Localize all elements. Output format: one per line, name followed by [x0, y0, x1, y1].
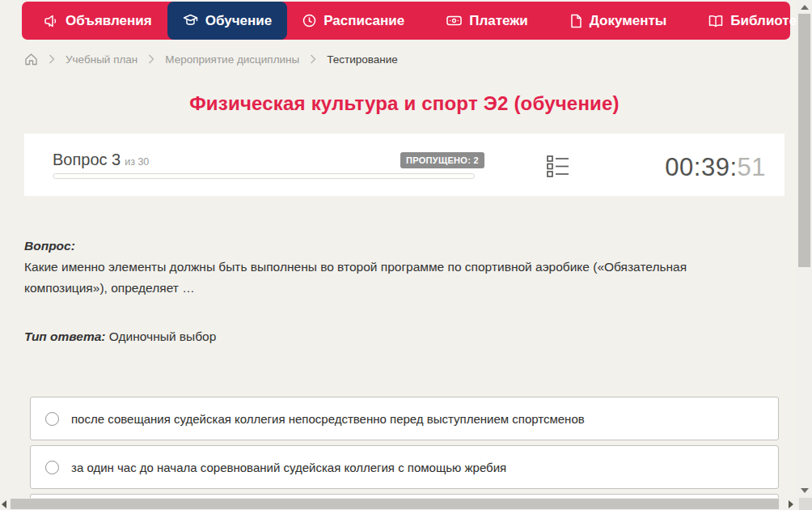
- breadcrumb-item-testing: Тестирование: [327, 53, 398, 66]
- vertical-scrollbar-thumb[interactable]: [798, 14, 810, 267]
- question-number: Вопрос 3из 30: [53, 151, 149, 169]
- question-header-card: Вопрос 3из 30 ПРОПУЩЕНО: 2 00:39:51: [24, 134, 785, 196]
- timer-hours-minutes: 00:39:: [665, 153, 737, 181]
- nav-tab-documents[interactable]: Документы: [555, 2, 683, 40]
- nav-tab-label: Документы: [590, 13, 667, 29]
- scroll-up-arrow-icon[interactable]: [801, 5, 809, 10]
- question-number-label: Вопрос 3: [53, 151, 121, 168]
- timer: 00:39:51: [665, 153, 766, 182]
- horizontal-scrollbar-thumb[interactable]: [11, 499, 779, 509]
- scroll-down-arrow-icon[interactable]: [801, 488, 809, 493]
- document-icon: [570, 14, 582, 28]
- question-label: Вопрос:: [24, 236, 769, 257]
- answer-type-label: Тип ответа:: [24, 329, 106, 343]
- breadcrumb: Учебный план Мероприятие дисциплины Тест…: [24, 51, 398, 67]
- timer-seconds: 51: [738, 153, 766, 181]
- radio-button-icon[interactable]: [45, 412, 59, 426]
- nav-tab-announcements[interactable]: Объявления: [28, 2, 167, 40]
- breadcrumb-item-discipline-event[interactable]: Мероприятие дисциплины: [165, 53, 299, 66]
- answer-type-row: Тип ответа: Одиночный выбор: [24, 326, 769, 347]
- question-total-label: из 30: [125, 156, 149, 168]
- nav-tab-label: Обучение: [205, 13, 272, 29]
- main-navbar: Объявления Обучение Расписание Платежи Д…: [22, 2, 790, 40]
- breadcrumb-item-curriculum[interactable]: Учебный план: [66, 53, 137, 66]
- scroll-left-arrow-icon[interactable]: [2, 500, 6, 508]
- question-block: Вопрос: Какие именно элементы должны быт…: [24, 236, 769, 347]
- scroll-right-arrow-icon[interactable]: [789, 500, 793, 508]
- skipped-badge: ПРОПУЩЕНО: 2: [400, 152, 484, 168]
- chevron-right-icon: [49, 54, 55, 64]
- answer-option-2[interactable]: за один час до начала соревнований судей…: [30, 445, 779, 489]
- scrollbar-corner: [799, 498, 812, 510]
- megaphone-icon: [44, 14, 58, 28]
- nav-spacer: [420, 2, 431, 40]
- nav-tab-label: Платежи: [469, 13, 528, 29]
- nav-tab-schedule[interactable]: Расписание: [287, 2, 420, 40]
- home-icon[interactable]: [24, 53, 38, 66]
- answer-options: после совещания судейская коллегия непос…: [30, 397, 779, 510]
- question-text: Какие именно элементы должны быть выполн…: [24, 257, 769, 299]
- question-list-icon[interactable]: [547, 155, 569, 181]
- banknote-icon: [446, 15, 462, 27]
- horizontal-scrollbar[interactable]: [0, 498, 799, 510]
- nav-tab-learning[interactable]: Обучение: [167, 2, 287, 40]
- nav-tab-label: Объявления: [66, 13, 152, 29]
- clock-icon: [302, 14, 316, 28]
- open-book-icon: [708, 15, 723, 28]
- chevron-right-icon: [310, 54, 316, 64]
- answer-option-text: после совещания судейская коллегия непос…: [71, 412, 585, 426]
- nav-tab-library[interactable]: Библиотека: [693, 2, 812, 40]
- vertical-scrollbar[interactable]: [797, 0, 812, 510]
- nav-tab-label: Расписание: [324, 13, 404, 29]
- chevron-right-icon: [148, 54, 154, 64]
- answer-type-value: Одиночный выбор: [109, 329, 217, 343]
- graduation-cap-icon: [183, 14, 198, 28]
- nav-spacer: [543, 2, 555, 40]
- progress-bar: [53, 173, 475, 179]
- nav-spacer: [682, 2, 693, 40]
- nav-tab-payments[interactable]: Платежи: [431, 2, 543, 40]
- answer-option-1[interactable]: после совещания судейская коллегия непос…: [30, 397, 779, 440]
- page-title: Физическая культура и спорт Э2 (обучение…: [0, 92, 809, 115]
- radio-button-icon[interactable]: [45, 461, 59, 474]
- answer-option-text: за один час до начала соревнований судей…: [71, 461, 506, 474]
